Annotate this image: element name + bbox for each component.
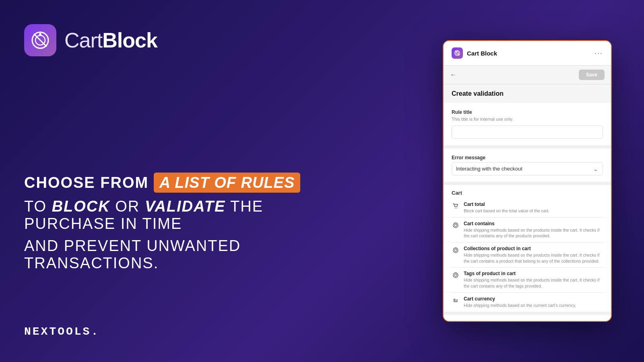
currency-icon: $z (452, 296, 460, 304)
svg-line-2 (34, 34, 46, 46)
cart-total-icon (452, 202, 460, 210)
rule-title-section: Rule title This title is for internal us… (444, 103, 611, 145)
logo-area: CartBlock (24, 24, 314, 56)
rule-title-label: Rule title (452, 109, 603, 115)
svg-point-11 (454, 224, 457, 226)
logo-text-bold: Block (102, 29, 157, 52)
rule-tags-text: Tags of product in cart Hide shipping me… (464, 271, 603, 289)
svg-point-9 (456, 208, 457, 208)
logo-text: CartBlock (64, 28, 157, 52)
svg-point-8 (455, 208, 456, 208)
panel-header: Cart Block ··· (444, 41, 611, 66)
cart-group-label: Cart (444, 185, 611, 198)
tags-icon (452, 271, 460, 279)
error-message-section: Error message Interacting with the check… (444, 148, 611, 182)
currency-icon-text: $z (453, 298, 458, 303)
svg-point-15 (454, 274, 457, 276)
tagline: CHOOSE FROM A LIST OF RULES TO BLOCK OR … (24, 174, 314, 272)
save-button[interactable]: Save (579, 70, 605, 80)
rule-collections-text: Collections of product in cart Hide ship… (464, 246, 603, 264)
panel-dots-menu[interactable]: ··· (594, 49, 603, 58)
collections-icon (452, 246, 460, 254)
create-validation-title: Create validation (444, 84, 611, 103)
svg-point-12 (453, 248, 458, 253)
svg-point-14 (453, 273, 458, 278)
app-panel-wrapper: Cart Block ··· ← Save Create validation … (443, 40, 612, 322)
rule-title-input[interactable] (452, 125, 603, 139)
logo-text-regular: Cart (64, 29, 102, 52)
app-panel: Cart Block ··· ← Save Create validation … (443, 40, 612, 322)
rule-cart-contains-text: Cart contains Hide shipping methods base… (464, 221, 603, 239)
tagline-line2: TO BLOCK OR VALIDATE THE PURCHASE IN TIM… (24, 198, 314, 232)
error-message-select-wrapper: Interacting with the checkout (452, 162, 603, 175)
rule-cart-total-text: Cart total Block cart based on the total… (464, 202, 603, 214)
back-button[interactable]: ← (450, 71, 456, 78)
nextools-logo: NEXTOOLS. (24, 325, 314, 338)
panel-nav: ← Save (444, 66, 611, 84)
customer-group-label: Customer (444, 315, 611, 321)
svg-point-10 (453, 223, 458, 228)
panel-title: Cart Block (467, 50, 497, 57)
cart-contains-icon (452, 221, 460, 229)
rule-item-currency[interactable]: $z Cart currency Hide shipping methods b… (444, 293, 611, 312)
rule-item-collections[interactable]: Collections of product in cart Hide ship… (444, 243, 611, 267)
tagline-highlight: A LIST OF RULES (154, 173, 301, 193)
tagline-line3: AND PREVENT UNWANTED TRANSACTIONS. (24, 237, 314, 272)
app-logo-icon (24, 24, 56, 56)
panel-logo-icon (452, 47, 463, 59)
section-separator-2 (444, 182, 611, 185)
svg-point-13 (454, 249, 457, 251)
panel-content[interactable]: Create validation Rule title This title … (444, 84, 611, 321)
svg-point-3 (39, 33, 41, 35)
rule-currency-text: Cart currency Hide shipping methods base… (464, 296, 603, 309)
left-panel: CartBlock CHOOSE FROM A LIST OF RULES TO… (24, 0, 314, 362)
rule-item-tags[interactable]: Tags of product in cart Hide shipping me… (444, 267, 611, 292)
svg-point-7 (457, 51, 458, 51)
panel-header-left: Cart Block (452, 47, 497, 59)
rule-item-cart-total[interactable]: Cart total Block cart based on the total… (444, 198, 611, 217)
tagline-prefix: CHOOSE FROM (24, 174, 149, 191)
error-message-select[interactable]: Interacting with the checkout (452, 162, 603, 175)
rule-item-cart-contains[interactable]: Cart contains Hide shipping methods base… (444, 218, 611, 242)
tagline-line1: CHOOSE FROM A LIST OF RULES (24, 174, 314, 191)
error-message-label: Error message (452, 155, 603, 160)
rule-title-sublabel: This title is for internal use only. (452, 117, 603, 121)
section-separator-3 (444, 312, 611, 315)
section-separator-1 (444, 145, 611, 148)
